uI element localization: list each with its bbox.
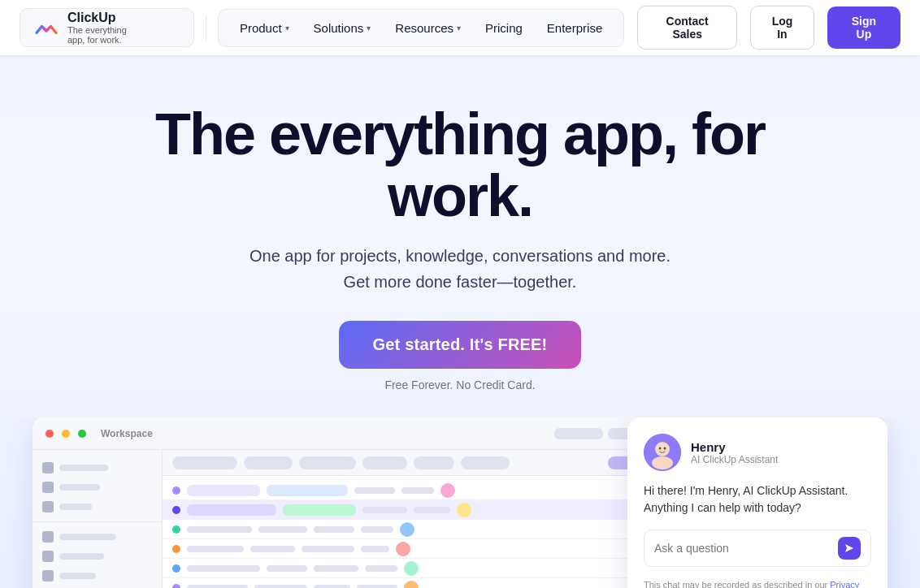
chat-header: Henry AI ClickUp Assistant <box>644 434 871 471</box>
chat-agent-info: Henry AI ClickUp Assistant <box>691 440 778 465</box>
send-icon <box>844 543 855 554</box>
nav-divider <box>206 15 206 41</box>
chat-input-container <box>644 530 871 567</box>
hero-content: The everything app, for work. One app fo… <box>94 55 826 391</box>
logo[interactable]: ClickUp The everythingapp, for work. <box>20 8 194 47</box>
chat-avatar <box>644 434 681 471</box>
chat-footer: This chat may be recorded as described i… <box>644 578 871 588</box>
resources-chevron-icon: ▾ <box>457 24 461 32</box>
svg-point-1 <box>655 442 670 456</box>
hero-subtitle: One app for projects, knowledge, convers… <box>250 243 670 295</box>
svg-point-3 <box>659 447 662 450</box>
login-button[interactable]: Log In <box>750 6 814 50</box>
product-chevron-icon: ▾ <box>285 24 289 32</box>
hero-cta-button[interactable]: Get started. It's FREE! <box>339 321 582 369</box>
logo-name: ClickUp <box>67 11 127 25</box>
chat-input[interactable] <box>654 542 831 555</box>
hero-fine-print: Free Forever. No Credit Card. <box>384 378 535 391</box>
hero-section: The everything app, for work. One app fo… <box>0 0 920 588</box>
chat-send-button[interactable] <box>838 537 861 560</box>
contact-sales-button[interactable]: Contact Sales <box>637 6 737 50</box>
chat-agent-name: Henry <box>691 440 778 454</box>
nav-item-pricing[interactable]: Pricing <box>474 15 534 41</box>
hero-title: The everything app, for work. <box>94 104 826 227</box>
nav-item-enterprise[interactable]: Enterprise <box>536 15 614 41</box>
nav-links: Product ▾ Solutions ▾ Resources ▾ Pricin… <box>218 9 624 47</box>
solutions-chevron-icon: ▾ <box>367 24 371 32</box>
svg-point-2 <box>652 456 673 469</box>
nav-item-solutions[interactable]: Solutions ▾ <box>302 15 383 41</box>
navbar: ClickUp The everythingapp, for work. Pro… <box>0 0 920 55</box>
chat-message: Hi there! I'm Henry, AI ClickUp Assistan… <box>644 482 871 517</box>
app-preview: Workspace <box>0 417 920 588</box>
chat-agent-role: AI ClickUp Assistant <box>691 454 778 465</box>
logo-text: ClickUp The everythingapp, for work. <box>67 11 127 45</box>
nav-item-product[interactable]: Product ▾ <box>228 15 301 41</box>
logo-tagline: The everythingapp, for work. <box>67 25 127 45</box>
app-screenshot: Workspace <box>33 417 683 588</box>
chat-widget: Henry AI ClickUp Assistant Hi there! I'm… <box>627 417 887 588</box>
signup-button[interactable]: Sign Up <box>827 6 900 49</box>
svg-point-4 <box>664 447 666 450</box>
nav-item-resources[interactable]: Resources ▾ <box>384 15 472 41</box>
clickup-logo-icon <box>33 15 59 41</box>
